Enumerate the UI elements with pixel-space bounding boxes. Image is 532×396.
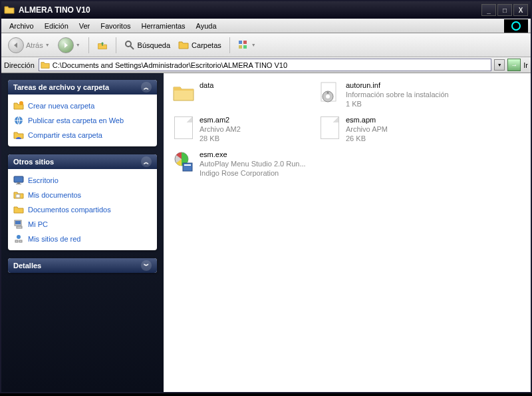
tasks-panel-body: Crear nueva carpeta Publicar esta carpet…	[8, 95, 157, 146]
places-panel: Otros sitios ︽ Escritorio Mis documentos…	[8, 154, 157, 250]
file-list[interactable]: data autorun.inf Información sobre la in…	[164, 73, 531, 392]
svg-rect-23	[184, 164, 191, 166]
file-item-exe[interactable]: esm.exe AutoPlay Menu Studio 2.0 Run... …	[170, 149, 317, 184]
back-button[interactable]: Atrás ▼	[5, 36, 53, 55]
details-panel-header[interactable]: Detalles ︾	[8, 258, 157, 273]
menu-ver[interactable]: Ver	[74, 21, 96, 31]
file-name: autorun.inf	[346, 81, 449, 91]
views-icon	[238, 40, 249, 51]
separator	[88, 37, 89, 53]
task-label: Crear nueva carpeta	[28, 102, 94, 110]
separator	[116, 37, 116, 53]
task-publish-web[interactable]: Publicar esta carpeta en Web	[11, 113, 154, 128]
place-label: Documentos compartidos	[28, 206, 111, 214]
menubar: Archivo Edición Ver Favoritos Herramient…	[1, 19, 531, 33]
svg-point-6	[19, 101, 23, 105]
places-panel-body: Escritorio Mis documentos Documentos com…	[8, 169, 157, 250]
file-item-folder[interactable]: data	[170, 80, 317, 114]
expand-icon[interactable]: ︾	[141, 260, 152, 271]
svg-rect-13	[15, 221, 21, 224]
menu-herramientas[interactable]: Herramientas	[136, 21, 191, 31]
details-panel-title: Detalles	[13, 262, 41, 270]
menu-edicion[interactable]: Edición	[39, 21, 74, 31]
file-item-apm[interactable]: esm.apm Archivo APM 26 KB	[317, 114, 463, 149]
file-desc: Archivo AM2	[200, 125, 241, 134]
svg-rect-14	[17, 226, 22, 228]
folder-new-icon	[13, 100, 24, 111]
up-button[interactable]	[94, 39, 110, 52]
task-label: Publicar esta carpeta en Web	[28, 116, 124, 124]
menu-ayuda[interactable]: Ayuda	[191, 21, 222, 31]
folder-icon	[4, 5, 15, 15]
tasks-panel: Tareas de archivo y carpeta ︽ Crear nuev…	[8, 80, 157, 146]
explorer-window: ALMERA TINO V10 _ □ X Archivo Edición Ve…	[0, 0, 532, 393]
svg-point-20	[326, 95, 330, 99]
forward-button[interactable]: ▼	[55, 36, 83, 55]
place-mypc[interactable]: Mi PC	[11, 217, 154, 232]
toolbar: Atrás ▼ ▼ Búsqueda Carpetas ▼	[1, 33, 531, 57]
svg-rect-22	[183, 163, 192, 171]
folder-icon	[41, 61, 50, 70]
publish-web-icon	[13, 115, 24, 126]
maximize-button[interactable]: □	[497, 4, 512, 16]
file-name: esm.apm	[346, 116, 388, 125]
file-item-am2[interactable]: esm.am2 Archivo AM2 28 KB	[170, 114, 317, 149]
minimize-button[interactable]: _	[481, 4, 496, 16]
back-label: Atrás	[26, 41, 43, 49]
svg-point-15	[17, 235, 21, 239]
views-button[interactable]: ▼	[235, 39, 259, 52]
svg-rect-3	[243, 41, 247, 44]
svg-point-1	[126, 41, 131, 47]
separator	[229, 37, 230, 53]
address-dropdown[interactable]: ▼	[494, 59, 505, 71]
back-arrow-icon	[8, 37, 24, 53]
file-size: 28 KB	[200, 134, 241, 144]
shared-docs-icon	[13, 204, 24, 215]
search-button[interactable]: Búsqueda	[122, 39, 174, 52]
folders-label: Carpetas	[192, 41, 221, 49]
place-label: Escritorio	[28, 176, 59, 184]
close-button[interactable]: X	[513, 4, 528, 16]
svg-rect-9	[17, 182, 20, 184]
generic-file-icon	[318, 116, 342, 140]
menu-favoritos[interactable]: Favoritos	[95, 21, 136, 31]
place-documents[interactable]: Mis documentos	[11, 188, 154, 202]
file-name: esm.exe	[200, 150, 306, 160]
task-new-folder[interactable]: Crear nueva carpeta	[11, 99, 154, 113]
address-input-wrapper	[39, 59, 491, 71]
file-desc: Información sobre la instalación	[346, 91, 449, 100]
tasks-panel-header[interactable]: Tareas de archivo y carpeta ︽	[8, 80, 157, 95]
place-network[interactable]: Mis sitios de red	[11, 232, 154, 246]
file-name: esm.am2	[200, 116, 241, 125]
menu-archivo[interactable]: Archivo	[4, 21, 39, 31]
task-label: Compartir esta carpeta	[28, 131, 102, 139]
svg-rect-8	[14, 176, 23, 182]
place-label: Mi PC	[28, 220, 48, 228]
desktop-icon	[13, 175, 24, 186]
chevron-down-icon: ▼	[251, 43, 256, 47]
share-folder-icon	[13, 130, 24, 140]
search-icon	[124, 40, 135, 51]
documents-icon	[13, 190, 24, 200]
places-panel-header[interactable]: Otros sitios ︽	[8, 154, 157, 169]
collapse-icon[interactable]: ︽	[141, 156, 152, 167]
place-shared-docs[interactable]: Documentos compartidos	[11, 202, 154, 217]
go-button[interactable]: →	[507, 59, 521, 71]
content-area: Tareas de archivo y carpeta ︽ Crear nuev…	[1, 73, 531, 392]
collapse-icon[interactable]: ︽	[141, 82, 152, 93]
svg-rect-11	[16, 194, 20, 198]
svg-rect-4	[239, 45, 242, 49]
chevron-down-icon: ▼	[76, 43, 80, 47]
file-item-inf[interactable]: autorun.inf Información sobre la instala…	[317, 80, 463, 114]
address-input[interactable]	[50, 61, 489, 69]
task-share-folder[interactable]: Compartir esta carpeta	[11, 128, 154, 142]
folder-up-icon	[97, 40, 108, 51]
folders-button[interactable]: Carpetas	[176, 39, 224, 52]
folders-icon	[178, 40, 189, 51]
file-size: 1 KB	[346, 100, 449, 109]
sidebar: Tareas de archivo y carpeta ︽ Crear nuev…	[1, 73, 164, 392]
titlebar[interactable]: ALMERA TINO V10 _ □ X	[1, 1, 531, 19]
place-desktop[interactable]: Escritorio	[11, 173, 154, 188]
svg-rect-2	[239, 41, 242, 44]
svg-rect-10	[16, 184, 21, 184]
